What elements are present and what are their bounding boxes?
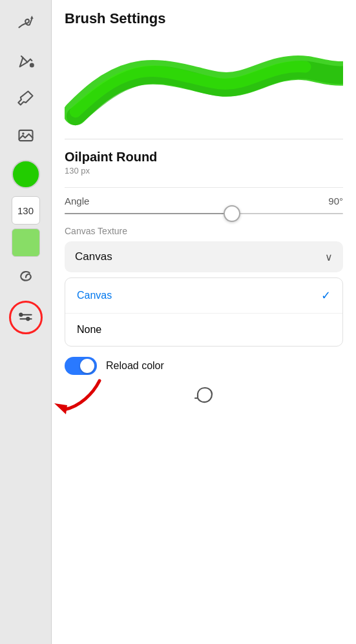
option-none[interactable]: None — [65, 314, 342, 346]
svg-point-1 — [29, 63, 34, 68]
option-canvas[interactable]: Canvas ✓ — [65, 278, 342, 314]
angle-label: Angle — [65, 196, 89, 206]
color-swatch[interactable] — [12, 228, 40, 257]
angle-row: Angle 90° — [65, 196, 343, 206]
brush-preview — [65, 36, 343, 139]
brush-tool[interactable] — [9, 6, 43, 40]
svg-line-2 — [21, 56, 23, 57]
option-canvas-label: Canvas — [77, 290, 112, 301]
dropdown-selected-value: Canvas — [75, 250, 112, 263]
sidebar: 130 — [0, 0, 52, 644]
slider-track — [65, 213, 343, 214]
checkmark-icon: ✓ — [321, 288, 331, 303]
brush-settings-button[interactable] — [9, 301, 43, 334]
reload-color-row: Reload color — [65, 357, 343, 375]
reset-button[interactable] — [194, 385, 215, 408]
chevron-down-icon: ∨ — [325, 251, 333, 263]
reload-color-toggle[interactable] — [65, 357, 97, 375]
slider-fill — [65, 213, 232, 214]
color-picker[interactable] — [12, 160, 40, 188]
angle-slider[interactable] — [65, 213, 343, 214]
toggle-thumb — [80, 359, 94, 373]
option-none-label: None — [77, 324, 101, 336]
image-tool[interactable] — [9, 119, 43, 152]
reset-row — [65, 385, 343, 408]
angle-value: 90° — [328, 196, 343, 206]
reload-color-label: Reload color — [106, 360, 164, 372]
svg-point-7 — [26, 317, 29, 320]
svg-point-4 — [22, 132, 25, 135]
svg-point-5 — [19, 314, 22, 316]
brush-size: 130 px — [65, 166, 343, 176]
canvas-texture-options: Canvas ✓ None — [65, 277, 343, 347]
slider-thumb[interactable] — [224, 205, 240, 222]
canvas-texture-dropdown[interactable]: Canvas ∨ — [65, 241, 343, 272]
panel-title: Brush Settings — [65, 10, 343, 27]
fill-tool[interactable] — [9, 44, 43, 77]
smudge-tool[interactable] — [9, 261, 43, 294]
size-control[interactable]: 130 — [12, 196, 40, 225]
svg-marker-0 — [30, 15, 34, 19]
canvas-texture-label: Canvas Texture — [65, 226, 343, 236]
divider-1 — [65, 187, 343, 188]
brush-name: Oilpaint Round — [65, 150, 343, 165]
brush-settings-panel: Brush Settings Oilpaint Round 130 px Ang… — [52, 0, 356, 644]
eyedropper-tool[interactable] — [9, 81, 43, 115]
